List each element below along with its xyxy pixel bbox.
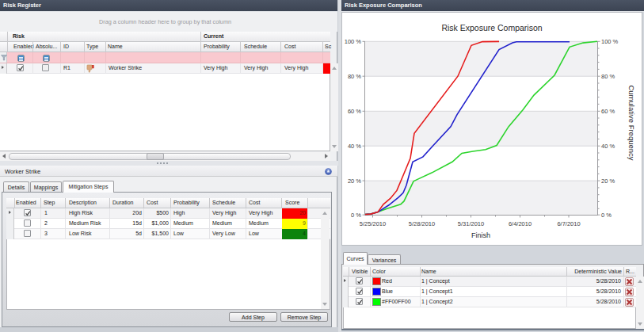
svg-text:Cumulative Frequency: Cumulative Frequency bbox=[627, 85, 636, 160]
svg-text:5/25/2010: 5/25/2010 bbox=[360, 220, 386, 227]
svg-text:40 %: 40 % bbox=[601, 143, 615, 150]
svg-text:80 %: 80 % bbox=[601, 73, 615, 80]
svg-text:60 %: 60 % bbox=[348, 108, 361, 115]
svg-text:80 %: 80 % bbox=[348, 73, 361, 80]
svg-text:6/4/2010: 6/4/2010 bbox=[509, 220, 532, 227]
svg-text:60 %: 60 % bbox=[601, 108, 615, 115]
svg-text:Finish: Finish bbox=[471, 231, 490, 239]
svg-text:100 %: 100 % bbox=[601, 38, 619, 45]
svg-text:5/28/2010: 5/28/2010 bbox=[409, 220, 435, 227]
svg-text:Risk Exposure Comparison: Risk Exposure Comparison bbox=[441, 23, 542, 32]
svg-text:20 %: 20 % bbox=[601, 177, 615, 185]
svg-text:0 %: 0 % bbox=[601, 212, 612, 219]
svg-text:100 %: 100 % bbox=[345, 38, 362, 45]
svg-text:40 %: 40 % bbox=[348, 143, 361, 150]
svg-text:0 %: 0 % bbox=[351, 212, 361, 219]
svg-text:6/7/2010: 6/7/2010 bbox=[557, 220, 580, 227]
svg-text:5/31/2010: 5/31/2010 bbox=[458, 220, 484, 227]
svg-text:20 %: 20 % bbox=[348, 177, 361, 185]
